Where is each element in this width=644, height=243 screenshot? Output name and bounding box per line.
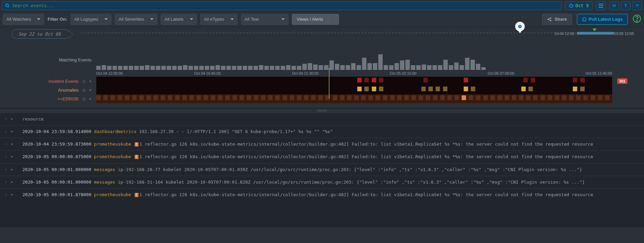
error-cell[interactable]: [340, 95, 344, 100]
event-bar[interactable]: [389, 65, 394, 70]
date-picker[interactable]: Oct 5: [565, 1, 592, 10]
event-bar[interactable]: [351, 63, 356, 70]
error-cell[interactable]: [390, 95, 395, 100]
error-cell[interactable]: [333, 95, 337, 100]
error-cell[interactable]: [469, 95, 473, 100]
event-bar[interactable]: [432, 65, 437, 70]
text-select[interactable]: All Text: [241, 14, 288, 25]
anomaly-cell[interactable]: [528, 87, 533, 91]
event-bar[interactable]: [264, 66, 269, 70]
error-cell[interactable]: [197, 95, 201, 100]
error-cell[interactable]: [376, 95, 380, 100]
star-icon[interactable]: ☆: [5, 154, 7, 159]
star-icon[interactable]: ☆: [5, 116, 7, 121]
event-bar[interactable]: [248, 66, 253, 70]
help-button[interactable]: [632, 14, 641, 24]
event-bar[interactable]: [226, 66, 231, 70]
error-cell[interactable]: [498, 95, 502, 100]
anomaly-cell[interactable]: [421, 87, 426, 91]
anomaly-cell[interactable]: [357, 87, 362, 91]
error-cell[interactable]: [110, 95, 115, 100]
minimap-track[interactable]: 10-04 12:00 10-05 12:00: [81, 33, 634, 35]
error-cell[interactable]: [347, 95, 351, 100]
anomaly-cell[interactable]: [372, 87, 376, 91]
event-bar[interactable]: [102, 65, 106, 70]
error-cell[interactable]: [447, 95, 452, 100]
event-bar[interactable]: [150, 66, 155, 70]
error-cell[interactable]: [548, 95, 552, 100]
event-bar[interactable]: [118, 66, 122, 70]
filter-icon[interactable]: ▾: [89, 88, 92, 93]
expand-icon[interactable]: ▸: [11, 192, 14, 197]
error-cell[interactable]: [211, 95, 215, 100]
labels-select[interactable]: All Labels: [161, 14, 197, 25]
event-bar[interactable]: [183, 65, 187, 70]
event-bar[interactable]: [346, 65, 350, 70]
error-cell[interactable]: [318, 95, 323, 100]
event-bar[interactable]: [134, 66, 139, 70]
event-bar[interactable]: [395, 63, 399, 70]
error-cell[interactable]: [304, 95, 308, 100]
log-row[interactable]: ☆▸2020-10-05 00:00:01.000000 messages ip…: [0, 163, 644, 176]
error-cell[interactable]: [218, 95, 222, 100]
expand-icon[interactable]: ▸: [11, 167, 14, 172]
quick-btn-y[interactable]: Y: [632, 1, 642, 10]
event-bar[interactable]: [384, 65, 388, 70]
error-cell[interactable]: [411, 95, 416, 100]
event-bar[interactable]: [259, 65, 263, 70]
error-cell[interactable]: [233, 95, 237, 100]
error-cell[interactable]: [225, 95, 230, 100]
event-bar[interactable]: [308, 63, 312, 70]
error-cell[interactable]: [591, 95, 595, 100]
error-cell[interactable]: [268, 95, 273, 100]
error-cell[interactable]: [189, 95, 194, 100]
event-bar[interactable]: [427, 65, 431, 70]
quick-btn-h[interactable]: H: [609, 1, 619, 10]
error-cell[interactable]: [247, 95, 251, 100]
disable-icon[interactable]: ⊘: [82, 79, 86, 84]
event-bar[interactable]: [145, 65, 149, 70]
log-row[interactable]: ☆▸resource: [0, 113, 644, 125]
error-cell[interactable]: [168, 95, 172, 100]
incident-cell[interactable]: [372, 78, 376, 82]
error-cell[interactable]: [455, 95, 459, 100]
event-bar[interactable]: [378, 54, 383, 70]
expand-icon[interactable]: ▸: [11, 179, 14, 184]
event-bar[interactable]: [454, 62, 459, 70]
event-bar[interactable]: [476, 64, 480, 70]
event-bar[interactable]: [443, 60, 448, 70]
error-cell[interactable]: [562, 95, 566, 100]
event-bar[interactable]: [373, 63, 377, 70]
event-bar[interactable]: [275, 66, 280, 70]
hint-bubble[interactable]: [515, 22, 525, 31]
event-bar[interactable]: [216, 65, 220, 70]
error-cell[interactable]: [383, 95, 387, 100]
event-bar[interactable]: [335, 64, 339, 70]
anomaly-cell[interactable]: [379, 87, 383, 91]
event-bar[interactable]: [140, 66, 144, 70]
log-row[interactable]: ☆▸2020-10-04 23:59:59.873000 prometheusk…: [0, 138, 644, 150]
incident-cell[interactable]: [523, 78, 528, 82]
error-cell[interactable]: [132, 95, 137, 100]
error-cell[interactable]: [368, 95, 373, 100]
event-bar[interactable]: [199, 66, 204, 70]
error-cell[interactable]: [161, 95, 165, 100]
event-bar[interactable]: [405, 60, 410, 70]
event-bar[interactable]: [324, 65, 328, 70]
quick-btn-t[interactable]: T: [621, 1, 630, 10]
event-bar[interactable]: [367, 63, 372, 70]
event-bar[interactable]: [194, 66, 198, 70]
error-cell[interactable]: [419, 95, 423, 100]
log-row[interactable]: ☆▸2020-10-05 00:00:00.875000 prometheusk…: [0, 150, 644, 163]
event-bar[interactable]: [313, 64, 318, 70]
event-bar[interactable]: [221, 66, 225, 70]
minimap-window[interactable]: [577, 32, 614, 35]
error-cell[interactable]: [483, 95, 488, 100]
log-row[interactable]: ☆▸2020-10-05 00:00:01.878000 prometheusk…: [0, 188, 644, 201]
error-cell[interactable]: [290, 95, 294, 100]
event-bar[interactable]: [270, 66, 274, 70]
error-cell[interactable]: [311, 95, 316, 100]
event-bar[interactable]: [129, 66, 133, 70]
matching-events-bars[interactable]: [96, 50, 612, 70]
error-cell[interactable]: [118, 95, 122, 100]
